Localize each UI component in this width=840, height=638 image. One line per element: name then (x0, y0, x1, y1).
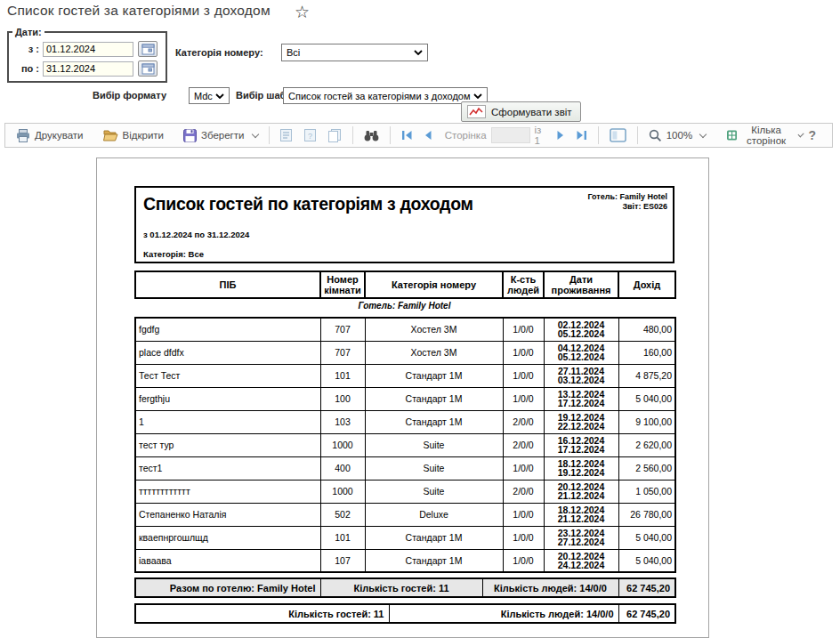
zoom-control[interactable]: 100% (643, 125, 711, 146)
generate-report-button[interactable]: Сформувати звіт (461, 101, 581, 122)
multi-page-control[interactable]: Кілька сторінок (722, 125, 808, 146)
export-document-button[interactable] (274, 125, 298, 146)
first-page-button[interactable] (396, 125, 418, 146)
total-people: Кількість людей: 14/0/0 (482, 578, 618, 597)
guest-people-count: 1/0/0 (503, 387, 544, 410)
guest-income: 5 040,00 (618, 526, 675, 549)
page-layout-button[interactable] (604, 125, 632, 146)
format-label: Вибір формату (93, 90, 166, 101)
guest-room: 107 (320, 549, 365, 572)
zoom-value: 100% (666, 130, 692, 141)
total-label: Разом по готелю: Family Hotel (135, 578, 320, 597)
guest-income: 9 100,00 (618, 410, 675, 433)
guest-room-category: Стандарт 1М (365, 387, 503, 410)
room-category-value: Всі (287, 47, 300, 58)
stay-date-to: 24.12.2024 (547, 561, 616, 569)
date-from-label: з : (14, 44, 39, 54)
guest-people-count: 2/0/0 (503, 410, 544, 433)
chart-line-icon (467, 105, 486, 118)
guest-people-count: 1/0/0 (503, 318, 544, 341)
guest-row: 1103Стандарт 1М2/0/019.12.202422.12.2024… (135, 410, 675, 433)
date-from-calendar-button[interactable] (138, 41, 158, 57)
save-button[interactable]: Зберегти (178, 125, 262, 146)
separator (352, 126, 353, 144)
date-to-input[interactable] (43, 61, 133, 77)
col-header-dates: Дати проживання (544, 271, 618, 298)
copy-icon (327, 128, 342, 142)
next-page-icon (556, 130, 565, 141)
guest-stay-dates: 20.12.202421.12.2024 (544, 480, 618, 503)
col-header-people: К-сть людей (503, 271, 544, 298)
hotel-group-header: Готель: Family Hotel (134, 301, 674, 311)
format-select[interactable]: Mdc (189, 87, 230, 104)
stay-date-to: 27.12.2024 (547, 537, 616, 546)
guest-room: 707 (320, 318, 365, 341)
report-page-sheet: Список гостей по категоріям з доходом Го… (96, 157, 709, 638)
report-meta: Готель: Family Hotel Звіт: ES026 (587, 192, 667, 212)
guest-name: Тест Тест (135, 364, 320, 387)
guest-stay-dates: 20.12.202424.12.2024 (544, 549, 618, 572)
date-from-input[interactable] (43, 42, 133, 57)
guest-people-count: 1/0/0 (503, 526, 544, 549)
guest-row: Тест Тест101Стандарт 1М1/0/027.11.202403… (135, 364, 675, 387)
stay-date-to: 05.12.2024 (547, 352, 616, 361)
report-category-line: Категорія: Все (143, 249, 204, 259)
guest-room: 101 (320, 526, 365, 549)
guest-room: 1000 (320, 433, 365, 456)
guest-room-category: Suite (365, 456, 503, 480)
next-page-button[interactable] (551, 125, 570, 146)
page-number-input[interactable] (491, 127, 530, 143)
guest-room-category: Стандарт 1М (365, 364, 503, 387)
prev-page-icon (424, 130, 432, 141)
chevron-down-icon (215, 93, 224, 99)
save-label: Зберегти (201, 130, 244, 141)
guest-income: 2 620,00 (618, 433, 675, 456)
guest-name: іаваава (135, 549, 320, 572)
guest-name: Степаненко Наталія (135, 503, 320, 526)
guest-people-count: 1/0/0 (503, 341, 544, 364)
calendar-icon (141, 44, 155, 55)
guest-name: fergthju (135, 387, 320, 410)
guest-room-category: Стандарт 1М (365, 549, 503, 572)
guest-income: 160,00 (618, 341, 675, 364)
col-header-category: Категорія номеру (365, 271, 503, 298)
guest-room: 1000 (320, 480, 365, 503)
stay-date-to: 03.12.2024 (547, 376, 616, 384)
prev-page-button[interactable] (418, 125, 438, 146)
guest-row: тттттттттттт1000Suite2/0/020.12.202421.1… (135, 480, 675, 503)
last-page-button[interactable] (570, 125, 593, 146)
copy-pages-button[interactable] (322, 125, 347, 146)
report-hotel-line: Готель: Family Hotel (587, 192, 667, 202)
guest-name: fgdfg (135, 318, 320, 341)
summary-income: 62 745,20 (618, 604, 675, 623)
format-value: Mdc (194, 91, 213, 101)
report-code-line: Звіт: ES026 (587, 202, 667, 212)
svg-text:?: ? (308, 132, 312, 141)
favorite-star-icon[interactable]: ☆ (295, 2, 310, 22)
guest-row: тест1400Suite1/0/018.12.202419.12.20242 … (135, 456, 675, 480)
date-to-calendar-button[interactable] (138, 61, 158, 77)
magnifier-icon (649, 129, 662, 142)
grand-summary-row: Кількість гостей: 11 Кількість людей: 14… (134, 603, 676, 624)
summary-row: Кількість гостей: 11 Кількість людей: 14… (135, 604, 675, 623)
guest-stay-dates: 02.12.202405.12.2024 (544, 318, 618, 341)
page-label: Сторінка (445, 130, 487, 141)
parameters-button[interactable]: ? (298, 125, 322, 146)
search-button[interactable] (359, 125, 384, 146)
guest-row: тест тур1000Suite2/0/016.12.202417.12.20… (135, 433, 675, 456)
report-header-box: Список гостей по категоріям з доходом Го… (134, 186, 674, 263)
date-to-label: по : (14, 63, 39, 74)
help-button[interactable]: ? (808, 128, 816, 142)
stay-date-to: 05.12.2024 (547, 329, 616, 338)
guest-income: 4 875,20 (618, 364, 675, 387)
print-button[interactable]: Друкувати (11, 125, 89, 146)
open-button[interactable]: Відкрити (98, 125, 169, 146)
header-row: ПІБ Номер кімнати Категорія номеру К-сть… (135, 271, 675, 298)
clipboard-question-icon: ? (303, 128, 317, 142)
template-select[interactable]: Список гостей за категоріями з доходом (283, 87, 488, 104)
binoculars-icon (364, 129, 379, 141)
hotel-total-row: Разом по готелю: Family Hotel Кількість … (134, 577, 676, 598)
guest-people-count: 2/0/0 (503, 480, 544, 503)
guest-room: 707 (320, 341, 365, 364)
room-category-select[interactable]: Всі (281, 44, 428, 61)
